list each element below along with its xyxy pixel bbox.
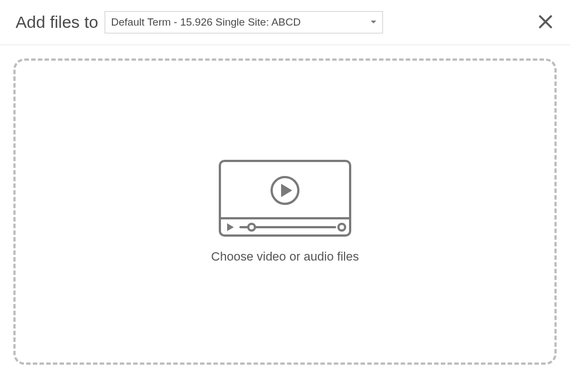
dropzone-label: Choose video or audio files xyxy=(211,249,358,264)
term-select-value: Default Term - 15.926 Single Site: ABCD xyxy=(111,16,366,28)
header-title: Add files to xyxy=(16,13,98,32)
svg-rect-2 xyxy=(220,161,350,236)
header: Add files to Default Term - 15.926 Singl… xyxy=(0,0,570,45)
body: Choose video or audio files xyxy=(0,45,570,378)
close-button[interactable] xyxy=(537,13,554,31)
svg-point-6 xyxy=(248,224,255,231)
chevron-down-icon xyxy=(370,20,377,24)
video-player-icon xyxy=(218,159,352,239)
svg-point-7 xyxy=(338,224,345,231)
term-select[interactable]: Default Term - 15.926 Single Site: ABCD xyxy=(105,11,383,33)
file-dropzone[interactable]: Choose video or audio files xyxy=(13,58,557,365)
close-icon xyxy=(538,14,553,31)
